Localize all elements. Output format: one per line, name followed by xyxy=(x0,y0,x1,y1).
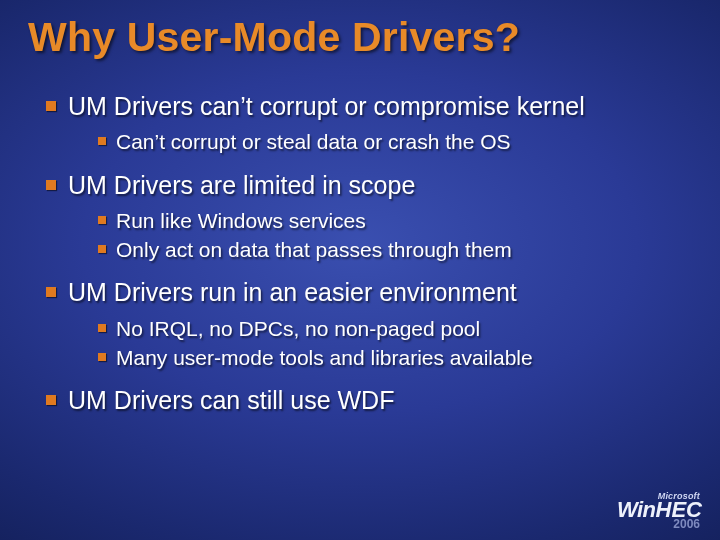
bullet-text: UM Drivers can’t corrupt or compromise k… xyxy=(68,92,585,120)
sub-bullet-item: No IRQL, no DPCs, no non-paged pool xyxy=(98,315,692,342)
sub-bullet-item: Only act on data that passes through the… xyxy=(98,236,692,263)
sub-bullet-item: Run like Windows services xyxy=(98,207,692,234)
bullet-list: UM Drivers can’t corrupt or compromise k… xyxy=(28,91,692,416)
sub-bullet-list: Can’t corrupt or steal data or crash the… xyxy=(68,128,692,155)
bullet-item: UM Drivers run in an easier environment … xyxy=(46,277,692,371)
sub-bullet-item: Can’t corrupt or steal data or crash the… xyxy=(98,128,692,155)
bullet-item: UM Drivers can still use WDF xyxy=(46,385,692,416)
sub-bullet-list: Run like Windows services Only act on da… xyxy=(68,207,692,264)
logo-product-prefix: Win xyxy=(617,497,656,522)
bullet-text: UM Drivers run in an easier environment xyxy=(68,278,517,306)
bullet-item: UM Drivers can’t corrupt or compromise k… xyxy=(46,91,692,156)
bullet-text: UM Drivers can still use WDF xyxy=(68,386,394,414)
winhec-logo: Microsoft WinHEC 2006 xyxy=(617,492,702,530)
slide-title: Why User-Mode Drivers? xyxy=(28,14,692,61)
sub-bullet-item: Many user-mode tools and libraries avail… xyxy=(98,344,692,371)
slide: Why User-Mode Drivers? UM Drivers can’t … xyxy=(0,0,720,540)
bullet-item: UM Drivers are limited in scope Run like… xyxy=(46,170,692,264)
sub-bullet-list: No IRQL, no DPCs, no non-paged pool Many… xyxy=(68,315,692,372)
bullet-text: UM Drivers are limited in scope xyxy=(68,171,415,199)
